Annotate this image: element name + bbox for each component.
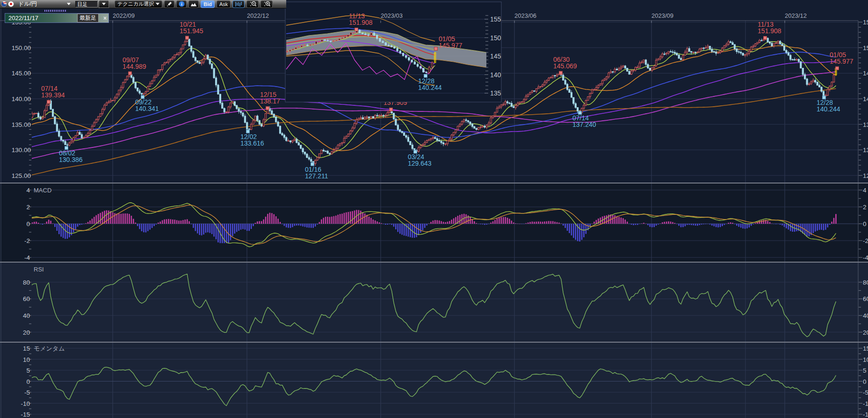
- candle-body: [405, 56, 407, 58]
- macd-histogram-bar: [736, 224, 738, 226]
- macd-histogram-bar: [207, 224, 209, 232]
- candle-body: [347, 35, 349, 37]
- macd-histogram-bar: [379, 222, 380, 224]
- candle-body: [408, 58, 410, 60]
- candle-body: [282, 133, 283, 135]
- candle-body: [393, 113, 394, 119]
- candle-body: [401, 132, 403, 133]
- macd-histogram-bar: [596, 220, 597, 224]
- macd-histogram-bar: [639, 224, 640, 224]
- candle-body: [424, 142, 426, 144]
- macd-histogram-bar: [664, 222, 665, 224]
- candle-body: [506, 102, 508, 103]
- candle-body: [151, 81, 152, 84]
- macd-histogram-bar: [306, 224, 308, 227]
- macd-histogram-bar: [52, 223, 54, 224]
- candle-body: [159, 70, 161, 70]
- macd-histogram-bar: [153, 224, 155, 226]
- candle-body: [781, 44, 783, 45]
- candle-body: [344, 37, 346, 38]
- candle-body: [81, 134, 82, 138]
- inset-axis-label: 135: [490, 89, 501, 97]
- candle-body: [143, 93, 145, 94]
- macd-axis-label: 2: [26, 204, 30, 211]
- candle-body: [542, 85, 543, 86]
- candle-body: [56, 124, 58, 131]
- macd-histogram-bar: [825, 224, 826, 230]
- candle-body: [288, 141, 289, 141]
- candle-body: [360, 117, 362, 118]
- candle-body: [321, 40, 323, 42]
- macd-histogram-bar: [209, 224, 210, 233]
- zoom-in-button[interactable]: [260, 0, 273, 8]
- macd-histogram-bar: [329, 217, 331, 224]
- zoom-in-icon: [263, 1, 271, 7]
- zoom-out-button[interactable]: [246, 0, 259, 8]
- macd-histogram-bar: [292, 224, 293, 227]
- macd-histogram-bar: [253, 224, 254, 226]
- chart-canvas[interactable]: 07/14139.39408/02130.38609/07144.98909/2…: [0, 0, 868, 418]
- macd-histogram-bar: [85, 223, 87, 224]
- candle-body: [174, 55, 175, 57]
- svg-text:i: i: [181, 2, 182, 7]
- timeframe-dropdown-button[interactable]: [99, 0, 109, 8]
- momentum-axis-label: -15: [21, 411, 30, 418]
- macd-histogram-bar: [707, 224, 709, 224]
- candle-body: [40, 117, 41, 119]
- candle-body: [327, 41, 328, 41]
- ask-button[interactable]: Ask: [217, 0, 231, 8]
- macd-histogram-bar: [170, 219, 172, 224]
- candle-body: [447, 140, 448, 144]
- candle-body: [728, 42, 729, 44]
- draw-pencil-button[interactable]: [164, 0, 174, 8]
- candle-body: [141, 93, 142, 94]
- candle-body: [604, 79, 605, 81]
- macd-histogram-bar: [724, 224, 725, 225]
- latest-bar-chip[interactable]: 最新足: [77, 14, 99, 22]
- candle-body: [234, 102, 235, 105]
- candle-body: [381, 115, 382, 116]
- momentum-axis-label: 0: [863, 378, 867, 385]
- inset-axis-label: 140: [490, 71, 501, 79]
- candle-body: [224, 109, 225, 112]
- candle-body: [833, 75, 834, 82]
- macd-histogram-bar: [352, 211, 353, 224]
- candle-body: [91, 126, 93, 131]
- macd-histogram-bar: [505, 217, 506, 224]
- macd-histogram-bar: [554, 222, 556, 224]
- candle-body: [694, 52, 696, 52]
- candle-body: [829, 86, 831, 89]
- price-axis-label-right: 130: [863, 147, 868, 154]
- macd-histogram-bar: [653, 224, 655, 227]
- macd-histogram-bar: [77, 224, 79, 227]
- candle-body: [757, 42, 758, 44]
- close-icon[interactable]: ×: [103, 14, 107, 23]
- candle-body: [410, 141, 411, 145]
- macd-histogram-bar: [637, 224, 638, 225]
- candle-body: [806, 79, 808, 85]
- selected-date-box[interactable]: 2022/11/17 最新足 ×: [5, 13, 109, 23]
- candle-body: [488, 123, 490, 125]
- candle-body: [459, 124, 461, 126]
- candle-body: [89, 131, 91, 133]
- rsi-axis-label: 20: [23, 329, 30, 336]
- info-button[interactable]: i: [176, 0, 187, 8]
- technical-select-button[interactable]: テクニカル選択: [115, 0, 162, 8]
- candle-body: [786, 51, 787, 53]
- candlestick-chart-button[interactable]: [232, 0, 245, 8]
- macd-histogram-bar: [745, 224, 746, 229]
- bid-button[interactable]: Bid: [201, 0, 215, 8]
- macd-histogram-bar: [781, 224, 783, 225]
- candle-body: [300, 145, 302, 148]
- price-axis-label-right: 150: [863, 44, 868, 51]
- macd-histogram-bar: [488, 224, 490, 224]
- candle-body: [441, 141, 442, 143]
- candle-body: [333, 41, 334, 41]
- macd-histogram-bar: [197, 224, 198, 234]
- candle-body: [761, 40, 762, 41]
- timeframe-field[interactable]: 日足: [75, 1, 98, 7]
- currency-pair-select[interactable]: ドル/円: [15, 0, 71, 8]
- area-chart-button[interactable]: [188, 0, 199, 8]
- candle-body: [318, 42, 320, 42]
- macd-histogram-bar: [311, 224, 312, 228]
